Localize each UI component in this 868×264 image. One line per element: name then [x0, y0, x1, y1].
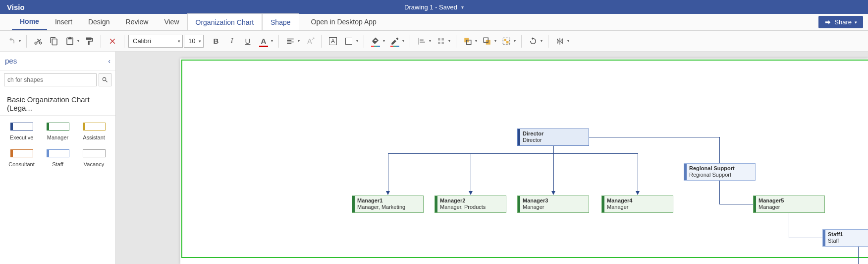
shape-executive[interactable]: Executive — [5, 123, 38, 140]
bold-button[interactable]: B — [209, 34, 223, 49]
connector — [589, 137, 720, 137]
chevron-down-icon[interactable]: ▾ — [567, 39, 571, 43]
tab-view[interactable]: View — [156, 13, 187, 30]
page[interactable] — [180, 59, 868, 264]
share-label: Share — [834, 18, 852, 26]
org-node-reg[interactable]: Regional SupportRegional Support — [684, 163, 756, 181]
chevron-down-icon[interactable]: ▾ — [448, 39, 452, 43]
shape-consultant[interactable]: Consultant — [5, 149, 38, 167]
connector — [388, 153, 638, 154]
search-button[interactable] — [99, 73, 111, 86]
search-input[interactable] — [4, 73, 97, 86]
tab-open-desktop[interactable]: Open in Desktop App — [299, 13, 384, 30]
tab-design[interactable]: Design — [80, 13, 118, 30]
chevron-down-icon[interactable]: ▾ — [356, 39, 360, 43]
chevron-down-icon[interactable]: ▾ — [494, 39, 498, 43]
connector — [858, 247, 859, 264]
shape-vacancy[interactable]: Vacancy — [77, 149, 110, 167]
fill-shape-button[interactable] — [341, 34, 356, 49]
connector — [789, 238, 822, 238]
org-node-s1[interactable]: Staff1Staff — [822, 229, 868, 247]
app-name: Visio — [0, 3, 25, 11]
shapes-sidebar: pes ‹ Basic Organization Chart (Lega... … — [0, 52, 116, 264]
svg-rect-1 — [504, 39, 507, 41]
arrow-icon — [636, 191, 640, 195]
align-button[interactable] — [283, 34, 298, 49]
align-shapes-button[interactable] — [414, 34, 429, 49]
tab-review[interactable]: Review — [118, 13, 157, 30]
tab-insert[interactable]: Insert — [47, 13, 80, 30]
drawing-canvas[interactable]: DirectorDirectorRegional SupportRegional… — [161, 52, 868, 264]
rotate-text-button[interactable]: A↗ — [302, 34, 317, 49]
org-node-m2[interactable]: Manager2Manager, Products — [434, 196, 506, 213]
chevron-down-icon: ▾ — [855, 20, 857, 25]
arrow-icon — [386, 191, 390, 195]
shape-assistant[interactable]: Assistant — [77, 123, 110, 140]
cut-button[interactable] — [31, 34, 46, 49]
share-button[interactable]: Share ▾ — [818, 16, 863, 28]
shape-manager[interactable]: Manager — [41, 123, 74, 140]
chevron-down-icon[interactable]: ▾ — [429, 39, 433, 43]
search-icon — [102, 76, 108, 83]
connector — [719, 137, 720, 163]
connector — [471, 153, 471, 192]
document-title[interactable]: Drawing 1 - Saved ▾ — [404, 3, 464, 11]
stencil-name[interactable]: Basic Organization Chart (Lega... — [0, 89, 115, 116]
send-back-button[interactable] — [480, 34, 494, 49]
org-node-m3[interactable]: Manager3Manager — [517, 196, 589, 213]
bring-front-button[interactable] — [460, 34, 475, 49]
arrow-icon — [551, 191, 555, 195]
shape-thumb-icon — [47, 149, 69, 157]
shape-thumb-icon — [83, 149, 106, 157]
chevron-down-icon[interactable]: ▾ — [19, 39, 22, 43]
body: pes ‹ Basic Organization Chart (Lega... … — [0, 52, 868, 264]
undo-button[interactable] — [4, 34, 19, 49]
shape-staff[interactable]: Staff — [41, 149, 74, 167]
shapes-pane-title: pes — [5, 57, 17, 65]
chevron-down-icon[interactable]: ▾ — [383, 39, 386, 43]
tab-org-chart[interactable]: Organization Chart — [187, 13, 263, 30]
connector — [719, 181, 720, 204]
collapse-pane-icon[interactable]: ‹ — [108, 57, 110, 65]
rotate-button[interactable] — [526, 34, 541, 49]
title-bar: Visio Drawing 1 - Saved ▾ — [0, 0, 868, 14]
chevron-down-icon[interactable]: ▾ — [402, 39, 406, 43]
flip-button[interactable] — [552, 34, 567, 49]
org-node-m5[interactable]: Manager5Manager — [753, 196, 825, 213]
paste-button[interactable] — [62, 34, 77, 49]
format-painter-button[interactable] — [82, 34, 97, 49]
tab-shape[interactable]: Shape — [262, 13, 299, 30]
text-box-button[interactable]: A — [326, 34, 340, 49]
chevron-down-icon[interactable]: ▾ — [298, 39, 301, 43]
chevron-down-icon[interactable]: ▾ — [475, 39, 479, 43]
shape-list: Executive Manager Assistant Consultant S… — [0, 116, 115, 174]
org-node-dir[interactable]: DirectorDirector — [517, 129, 589, 146]
italic-button[interactable]: I — [224, 34, 239, 49]
delete-button[interactable] — [105, 34, 120, 49]
font-size-combo[interactable]: 10▾ — [184, 35, 204, 48]
connector — [388, 153, 388, 192]
chevron-down-icon: ▾ — [461, 4, 464, 10]
left-gutter — [116, 52, 161, 264]
shape-search — [0, 70, 115, 89]
tab-home[interactable]: Home — [12, 13, 47, 30]
chevron-down-icon[interactable]: ▾ — [514, 39, 517, 43]
chevron-down-icon[interactable]: ▾ — [271, 39, 274, 43]
font-name-combo[interactable]: Calibri▾ — [128, 35, 183, 48]
org-node-m1[interactable]: Manager1Manager, Marketing — [352, 196, 424, 213]
document-title-text: Drawing 1 - Saved — [404, 3, 457, 11]
shape-thumb-icon — [10, 149, 33, 157]
share-button-wrap: Share ▾ — [818, 16, 863, 28]
line-color-button[interactable] — [387, 34, 402, 49]
chevron-down-icon[interactable]: ▾ — [77, 39, 81, 43]
fill-color-button[interactable] — [368, 34, 383, 49]
connector — [553, 153, 554, 192]
ribbon-tabs: Home Insert Design Review View Organizat… — [0, 14, 868, 31]
copy-button[interactable] — [47, 34, 61, 49]
font-color-button[interactable]: A — [256, 34, 271, 49]
position-button[interactable] — [434, 34, 448, 49]
chevron-down-icon[interactable]: ▾ — [541, 39, 544, 43]
org-node-m4[interactable]: Manager4Manager — [601, 196, 673, 213]
group-button[interactable] — [499, 34, 514, 49]
underline-button[interactable]: U — [240, 34, 255, 49]
